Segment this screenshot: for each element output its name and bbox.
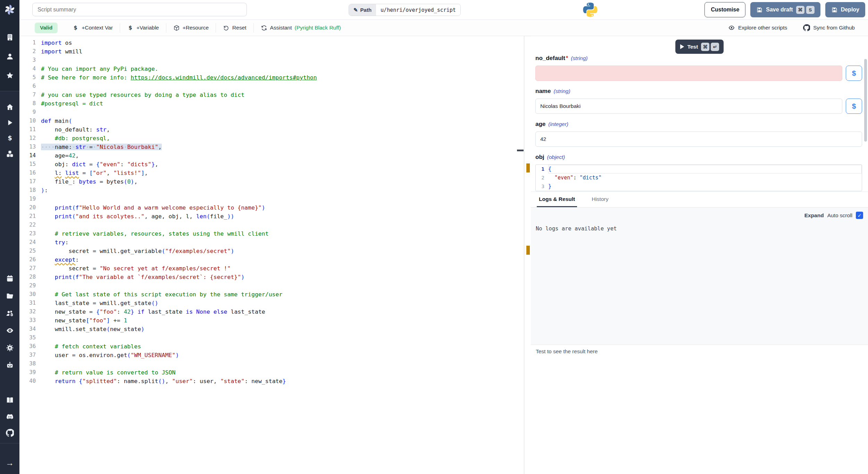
- sidebar-item-user[interactable]: [0, 47, 19, 66]
- code-line[interactable]: 36 # fetch context variables: [19, 342, 524, 351]
- code-line[interactable]: 24 try:: [19, 238, 524, 247]
- sidebar-item-runs[interactable]: [0, 115, 19, 130]
- sidebar-item-settings[interactable]: [0, 339, 19, 356]
- sidebar-item-workers[interactable]: [0, 356, 19, 374]
- code-line[interactable]: 39 # return value is converted to JSON: [19, 368, 524, 377]
- sidebar-item-groups[interactable]: [0, 304, 19, 322]
- code-line[interactable]: 35: [19, 333, 524, 342]
- code-line[interactable]: 29: [19, 281, 524, 290]
- line-number: 37: [19, 351, 41, 359]
- code-line-content: import wmill: [41, 47, 82, 56]
- sidebar-item-workspace[interactable]: [0, 28, 19, 47]
- test-button[interactable]: Test ⌘↵: [675, 40, 724, 54]
- toolbar-item-assistant[interactable]: Assistant(Pyright Black Ruff): [254, 25, 348, 31]
- code-line[interactable]: 28 print(f"The variable at `f/examples/s…: [19, 273, 524, 281]
- toolbar-item-context-var[interactable]: $+Context Var: [65, 25, 120, 31]
- line-number: 40: [19, 377, 41, 386]
- tab-logs-result[interactable]: Logs & Result: [537, 192, 577, 207]
- field-label-row: name(string): [535, 88, 862, 97]
- age-input[interactable]: [535, 132, 862, 147]
- code-line[interactable]: 6: [19, 82, 524, 91]
- field-name: obj: [535, 154, 544, 161]
- line-number: 6: [19, 82, 41, 91]
- code-line-content: # You can import any PyPi package.: [41, 65, 158, 73]
- no_default-input[interactable]: [535, 66, 842, 81]
- code-line[interactable]: 14 age=42,: [19, 151, 524, 160]
- json-editor-line[interactable]: 3}: [536, 182, 862, 191]
- sidebar-expand-button[interactable]: →: [0, 455, 19, 471]
- sidebar-item-discord[interactable]: [0, 408, 19, 425]
- code-line[interactable]: 9: [19, 108, 524, 117]
- code-line[interactable]: 8#postgresql = dict: [19, 99, 524, 108]
- code-line[interactable]: 22: [19, 221, 524, 229]
- code-line[interactable]: 21 print("and its acolytes..", age, obj,…: [19, 212, 524, 221]
- code-line[interactable]: 10def main(: [19, 117, 524, 125]
- toolbar-item-reset[interactable]: Reset: [216, 25, 253, 31]
- code-line[interactable]: 27 secret = "No secret yet at f/examples…: [19, 264, 524, 273]
- code-line[interactable]: 32 new_state = {"foo": 42} if last_state…: [19, 307, 524, 316]
- code-line[interactable]: 23 # retrieve variables, resources, stat…: [19, 229, 524, 238]
- code-line[interactable]: 19: [19, 195, 524, 203]
- name-input[interactable]: [535, 99, 842, 114]
- panel-scrollbar[interactable]: [864, 59, 867, 142]
- code-line[interactable]: 31 last_state = wmill.get_state(): [19, 299, 524, 307]
- code-line[interactable]: 34 wmill.set_state(new_state): [19, 325, 524, 333]
- code-line[interactable]: 38: [19, 359, 524, 368]
- deploy-button[interactable]: Deploy: [825, 2, 865, 17]
- json-editor-obj[interactable]: 1{2 "even": "dicts"3}: [535, 164, 862, 191]
- code-line[interactable]: 12 #db: postgresql,: [19, 134, 524, 143]
- code-line[interactable]: 30 # Get last state of this script execu…: [19, 290, 524, 299]
- code-line[interactable]: 37 user = os.environ.get("WM_USERNAME"): [19, 351, 524, 359]
- script-path-chip[interactable]: ✎ Path u/henri/overjoyed_script: [349, 4, 461, 16]
- field-input-row: $: [535, 99, 862, 114]
- code-line[interactable]: 16 l: list = ["or", "lists!"],: [19, 169, 524, 177]
- json-editor-line[interactable]: 2 "even": "dicts": [536, 173, 862, 182]
- sidebar-item-home[interactable]: [0, 99, 19, 115]
- expand-button[interactable]: Expand: [804, 212, 824, 219]
- topbar: ✎ Path u/henri/overjoyed_script Customis…: [19, 0, 868, 20]
- code-line[interactable]: 3: [19, 56, 524, 65]
- code-line[interactable]: 4# You can import any PyPi package.: [19, 65, 524, 73]
- code-line-content: # retrieve variables, resources, states …: [41, 229, 269, 238]
- code-editor[interactable]: 1import os2import wmill34# You can impor…: [19, 36, 524, 474]
- code-line[interactable]: 26 except:: [19, 255, 524, 264]
- code-line[interactable]: 1import os: [19, 39, 524, 47]
- toolbar-item-explore-other-scripts[interactable]: Explore other scripts: [728, 24, 787, 31]
- calendar-icon: [6, 274, 14, 282]
- toolbar-item-sync-from-github[interactable]: Sync from Github: [803, 24, 855, 31]
- code-line[interactable]: 17 file_: bytes = bytes(0),: [19, 177, 524, 186]
- sidebar-item-resources[interactable]: [0, 146, 19, 162]
- code-line[interactable]: 7# you can use typed resources by doing …: [19, 91, 524, 99]
- test-panel: Test ⌘↵ no_default*(string)$name(string)…: [531, 36, 868, 474]
- insert-variable-button[interactable]: $: [846, 66, 862, 81]
- script-summary-input[interactable]: [32, 3, 247, 16]
- toolbar-item-variable[interactable]: $+Variable: [120, 25, 166, 31]
- code-line[interactable]: 2import wmill: [19, 47, 524, 56]
- auto-scroll-checkbox[interactable]: ✓: [856, 212, 863, 219]
- sidebar-item-variables[interactable]: $: [0, 130, 19, 146]
- code-line[interactable]: 20 print(f"Hello World and a warm welcom…: [19, 203, 524, 212]
- sidebar-item-schedules[interactable]: [0, 270, 19, 287]
- code-line[interactable]: 11 no_default: str,: [19, 125, 524, 134]
- json-editor-line[interactable]: 1{: [536, 165, 862, 173]
- sidebar-item-docs[interactable]: [0, 392, 19, 408]
- save-draft-button[interactable]: Save draft ⌘S: [750, 2, 820, 17]
- toolbar-item-resource[interactable]: +Resource: [166, 25, 216, 31]
- field-label-row: obj(object): [535, 154, 862, 163]
- code-line[interactable]: 33 new_state["foo"] += 1: [19, 316, 524, 325]
- windmill-logo-icon[interactable]: [0, 3, 19, 17]
- sidebar-item-favorites[interactable]: [0, 66, 19, 85]
- tab-history[interactable]: History: [590, 192, 610, 207]
- insert-variable-button[interactable]: $: [846, 99, 862, 114]
- sidebar-item-folders[interactable]: [0, 287, 19, 304]
- code-line[interactable]: 40 return {"splitted": name.split(), "us…: [19, 377, 524, 386]
- code-line[interactable]: 13····name:·str·=·"Nicolas·Bourbaki",: [19, 143, 524, 151]
- code-line[interactable]: 25 secret = wmill.get_variable("f/exampl…: [19, 247, 524, 255]
- customise-button[interactable]: Customise: [704, 2, 745, 17]
- code-line[interactable]: 18):: [19, 186, 524, 195]
- line-number: 36: [19, 342, 41, 351]
- sidebar-item-audit-logs[interactable]: [0, 322, 19, 339]
- code-line[interactable]: 5# See here for more info: https://docs.…: [19, 73, 524, 82]
- sidebar-item-github[interactable]: [0, 425, 19, 441]
- code-line[interactable]: 15 obj: dict = {"even": "dicts"},: [19, 160, 524, 169]
